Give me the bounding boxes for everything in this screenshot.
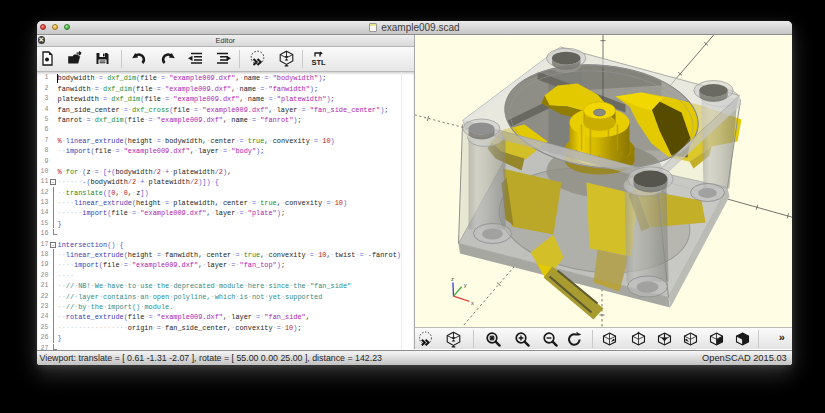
svg-text:STL: STL: [311, 58, 326, 67]
svg-text:y: y: [463, 282, 466, 288]
svg-text:z: z: [450, 275, 453, 281]
svg-text:x: x: [471, 299, 474, 305]
